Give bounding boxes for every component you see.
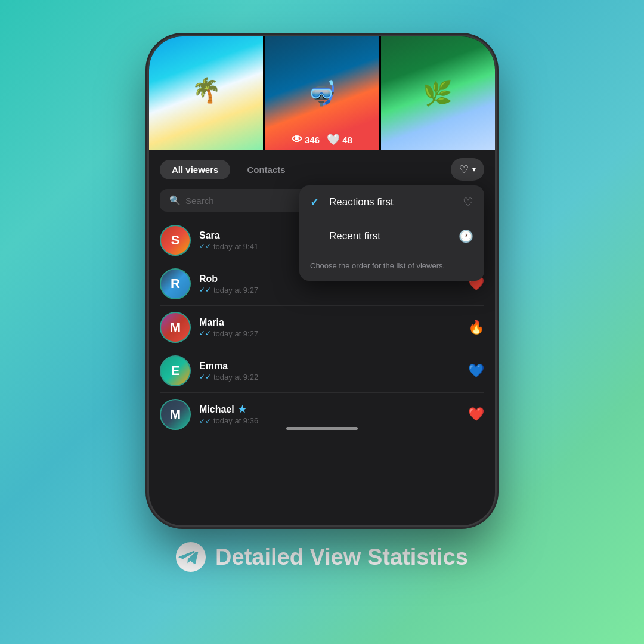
filter-button[interactable]: ♡ ▾ [451,158,484,181]
dropdown-option-recent-first[interactable]: Recent first 🕐 [299,219,484,253]
hearts-stat: 🤍 48 [327,133,352,146]
image-thumb-3: 🌿 [381,36,495,150]
chevron-down-icon: ▾ [472,165,476,174]
avatar-maria: M [160,312,191,343]
viewer-info-maria: Maria ✓✓ today at 9:27 [199,317,484,338]
image-thumb-1: 🌴 [149,36,263,150]
viewer-name-maria: Maria [199,317,484,328]
viewer-panel: All viewers Contacts ♡ ▾ 🔍 Search S [149,150,495,436]
views-count: 346 [305,135,320,145]
dropdown-hint: Choose the order for the list of viewers… [299,253,484,281]
recent-first-label: Recent first [329,230,451,242]
bottom-banner: Detailed View Statistics [176,542,468,572]
dropdown-option-reactions-first[interactable]: ✓ Reactions first ♡ [299,185,484,219]
star-badge-michael: ★ [238,404,246,415]
tab-all-viewers[interactable]: All viewers [160,160,230,179]
images-row: 🌴 🤿 👁 346 🤍 48 🌿 [149,36,495,150]
search-placeholder: Search [185,196,214,206]
search-icon: 🔍 [169,195,181,206]
double-check-sara: ✓✓ [199,242,211,250]
viewer-time-michael: ✓✓ today at 9:36 [199,416,484,425]
hearts-count: 48 [342,135,352,145]
eye-icon: 👁 [292,134,302,146]
heart-option-icon: ♡ [463,195,473,209]
heart-filter-icon: ♡ [459,163,469,176]
double-check-michael: ✓✓ [199,417,211,425]
image-thumb-2: 🤿 👁 346 🤍 48 [265,36,379,150]
views-stat: 👁 346 [292,134,320,146]
double-check-emma: ✓✓ [199,373,211,381]
viewer-time-emma: ✓✓ today at 9:22 [199,373,484,382]
avatar-emma: E [160,355,191,386]
palm-beach-image: 🌴 [149,36,263,150]
reaction-emma: 💙 [468,363,484,379]
reactions-first-label: Reactions first [329,196,456,208]
viewer-item-emma[interactable]: E Emma ✓✓ today at 9:22 💙 [160,349,484,393]
clock-option-icon: 🕐 [459,229,473,243]
image-stats-overlay: 👁 346 🤍 48 [265,133,379,146]
avatar-michael: M [160,399,191,430]
viewer-time-maria: ✓✓ today at 9:27 [199,329,484,338]
phone-frame: 🌴 🤿 👁 346 🤍 48 🌿 [149,36,495,525]
avatar-rob: R [160,268,191,299]
heart-icon: 🤍 [327,133,340,146]
island-image: 🌿 [381,36,495,150]
banner-text: Detailed View Statistics [215,544,468,570]
reaction-maria: 🔥 [468,320,484,335]
phone-wrapper: 🌴 🤿 👁 346 🤍 48 🌿 [149,36,495,525]
viewer-time-rob: ✓✓ today at 9:27 [199,286,484,295]
telegram-logo [176,542,206,572]
viewer-item-maria[interactable]: M Maria ✓✓ today at 9:27 🔥 [160,306,484,349]
viewer-name-michael: Michael ★ [199,404,484,415]
sort-dropdown: ✓ Reactions first ♡ Recent first 🕐 Choos… [299,185,484,281]
tab-contacts[interactable]: Contacts [235,160,297,179]
home-indicator [286,427,358,430]
reaction-michael: ❤️ [468,407,484,422]
double-check-maria: ✓✓ [199,329,211,338]
viewer-name-emma: Emma [199,361,484,371]
checkmark-icon: ✓ [310,196,322,209]
avatar-sara: S [160,225,191,256]
viewer-info-michael: Michael ★ ✓✓ today at 9:36 [199,404,484,425]
double-check-rob: ✓✓ [199,286,211,294]
viewer-info-emma: Emma ✓✓ today at 9:22 [199,361,484,382]
tabs-row: All viewers Contacts ♡ ▾ [149,150,495,189]
